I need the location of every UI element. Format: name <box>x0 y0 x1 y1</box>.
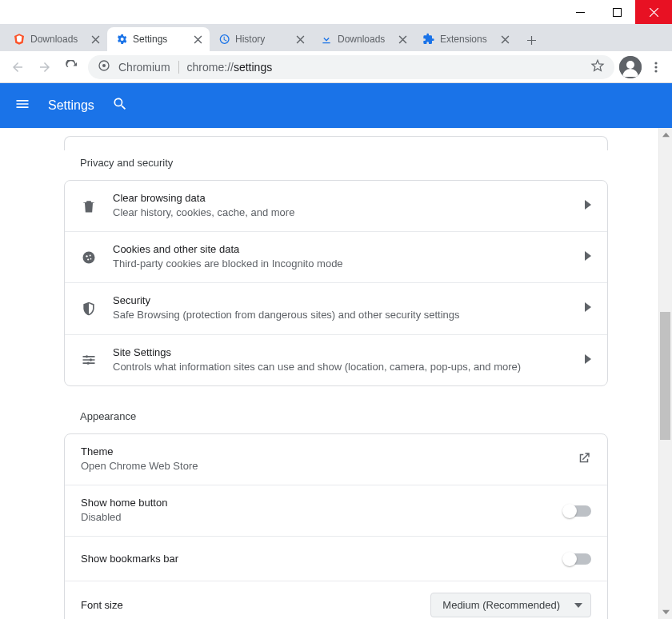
bookmark-star-icon[interactable] <box>590 58 605 75</box>
tab-close-icon[interactable] <box>90 34 101 45</box>
separator <box>178 61 179 74</box>
tab-settings[interactable]: Settings <box>107 27 210 51</box>
page-title: Settings <box>48 98 94 113</box>
tab-close-icon[interactable] <box>294 34 306 45</box>
svg-point-11 <box>90 254 91 256</box>
download-icon <box>320 33 333 46</box>
chevron-right-icon <box>585 354 591 366</box>
svg-point-12 <box>87 258 89 260</box>
svg-point-15 <box>90 358 92 361</box>
tab-history[interactable]: History <box>210 27 312 51</box>
row-site-settings[interactable]: Site Settings Controls what information … <box>65 334 607 385</box>
brave-icon <box>13 33 26 46</box>
section-heading-appearance: Appearance <box>64 386 608 433</box>
tab-strip: Downloads Settings History Downloads Ext… <box>0 24 672 51</box>
scroll-down-arrow[interactable] <box>659 605 672 619</box>
scroll-up-arrow[interactable] <box>659 128 672 142</box>
sliders-icon <box>81 352 97 368</box>
row-title: Theme <box>81 445 561 457</box>
row-desc: Disabled <box>81 510 548 525</box>
row-title: Clear browsing data <box>113 192 569 204</box>
scrollbar[interactable] <box>658 128 672 619</box>
svg-point-10 <box>86 255 87 257</box>
tab-label: Extensions <box>440 34 494 45</box>
row-clear-browsing-data[interactable]: Clear browsing data Clear history, cooki… <box>65 181 607 231</box>
row-title: Cookies and other site data <box>113 243 569 255</box>
row-desc: Clear history, cookies, cache, and more <box>113 206 569 220</box>
row-home-button: Show home button Disabled <box>65 485 607 536</box>
chevron-right-icon <box>585 302 591 314</box>
tab-downloads-1[interactable]: Downloads <box>5 27 107 51</box>
privacy-card: Clear browsing data Clear history, cooki… <box>64 180 608 386</box>
cookie-icon <box>81 250 97 266</box>
svg-point-5 <box>626 61 634 69</box>
browser-menu-button[interactable] <box>646 61 666 74</box>
row-title: Show bookmarks bar <box>81 553 548 565</box>
font-size-select[interactable]: Medium (Recommended) <box>430 593 591 617</box>
row-theme[interactable]: Theme Open Chrome Web Store <box>65 434 607 485</box>
external-link-icon <box>577 451 591 468</box>
window-minimize-button[interactable] <box>562 0 598 24</box>
window-close-button[interactable] <box>635 0 672 24</box>
row-bookmarks-bar: Show bookmarks bar <box>65 536 607 581</box>
window-titlebar <box>0 0 672 24</box>
svg-point-13 <box>90 258 92 260</box>
back-button[interactable] <box>6 56 29 78</box>
svg-point-9 <box>83 251 95 263</box>
history-icon <box>218 33 230 46</box>
svg-point-6 <box>654 62 657 64</box>
bookmarks-bar-toggle[interactable] <box>564 553 591 565</box>
row-desc: Safe Browsing (protection from dangerous… <box>113 308 569 322</box>
tab-label: Settings <box>133 34 187 45</box>
row-title: Security <box>113 294 569 306</box>
hamburger-menu-button[interactable] <box>14 96 30 115</box>
chevron-right-icon <box>585 200 591 212</box>
chevron-right-icon <box>585 251 591 263</box>
shield-icon <box>81 301 97 317</box>
row-cookies[interactable]: Cookies and other site data Third-party … <box>65 231 607 282</box>
reload-button[interactable] <box>61 56 83 78</box>
row-font-size: Font size Medium (Recommended) <box>65 581 607 619</box>
settings-app-bar: Settings <box>0 83 672 128</box>
chevron-down-icon <box>574 603 582 608</box>
row-title: Font size <box>81 599 414 611</box>
tab-label: Downloads <box>30 34 85 45</box>
svg-rect-0 <box>576 12 585 13</box>
site-info-icon[interactable] <box>98 59 110 74</box>
svg-point-3 <box>102 64 106 67</box>
tab-label: Downloads <box>338 34 392 45</box>
tab-downloads-2[interactable]: Downloads <box>312 27 414 51</box>
new-tab-button[interactable] <box>520 29 542 51</box>
tab-close-icon[interactable] <box>192 34 203 45</box>
select-value: Medium (Recommended) <box>442 599 560 611</box>
home-button-toggle[interactable] <box>564 505 591 517</box>
section-heading-privacy: Privacy and security <box>64 134 608 180</box>
tab-label: History <box>235 34 290 45</box>
svg-point-16 <box>87 362 90 365</box>
row-desc: Third-party cookies are blocked in Incog… <box>113 257 569 271</box>
search-icon[interactable] <box>112 96 128 115</box>
svg-point-8 <box>654 70 657 72</box>
row-title: Site Settings <box>113 346 569 358</box>
row-security[interactable]: Security Safe Browsing (protection from … <box>65 282 607 333</box>
row-title: Show home button <box>81 497 548 509</box>
row-desc: Open Chrome Web Store <box>81 459 561 473</box>
window-maximize-button[interactable] <box>598 0 635 24</box>
url-text: chrome://settings <box>187 61 582 74</box>
scrollbar-thumb[interactable] <box>660 312 670 440</box>
address-bar[interactable]: Chromium chrome://settings <box>88 55 614 79</box>
tab-close-icon[interactable] <box>397 34 408 45</box>
tab-extensions[interactable]: Extensions <box>414 27 517 51</box>
row-desc: Controls what information sites can use … <box>113 360 569 374</box>
profile-avatar-button[interactable] <box>619 56 642 78</box>
site-name: Chromium <box>118 61 170 74</box>
settings-content: Privacy and security Clear browsing data… <box>0 128 672 619</box>
puzzle-icon <box>422 33 435 46</box>
tab-close-icon[interactable] <box>499 34 510 45</box>
browser-toolbar: Chromium chrome://settings <box>0 51 672 83</box>
gear-icon <box>115 33 128 46</box>
svg-point-7 <box>654 66 657 68</box>
appearance-card: Theme Open Chrome Web Store Show home bu… <box>64 433 608 619</box>
forward-button[interactable] <box>34 56 56 78</box>
svg-rect-1 <box>613 8 621 16</box>
